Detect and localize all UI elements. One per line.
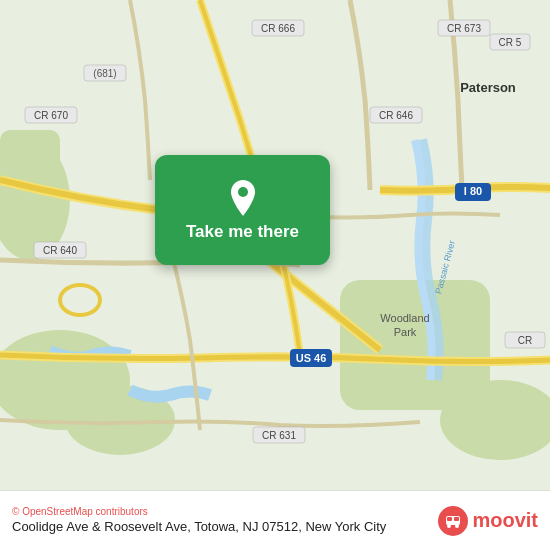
svg-text:Paterson: Paterson <box>460 80 516 95</box>
svg-text:Park: Park <box>394 326 417 338</box>
copyright-symbol: © <box>12 506 19 517</box>
svg-point-39 <box>455 524 459 528</box>
moovit-brand-name: moovit <box>472 509 538 532</box>
svg-rect-36 <box>447 517 452 521</box>
svg-text:(681): (681) <box>93 68 116 79</box>
svg-rect-37 <box>454 517 459 521</box>
take-me-there-button[interactable]: Take me there <box>155 155 330 265</box>
osm-attribution: © OpenStreetMap contributors <box>12 506 438 517</box>
address-text: Coolidge Ave & Roosevelt Ave, Totowa, NJ… <box>12 519 438 536</box>
svg-text:Woodland: Woodland <box>380 312 429 324</box>
contributors-text: contributors <box>96 506 148 517</box>
svg-text:US 46: US 46 <box>296 352 327 364</box>
svg-text:CR 5: CR 5 <box>499 37 522 48</box>
osm-text: OpenStreetMap <box>22 506 93 517</box>
map-container: CR 670 CR 666 CR 673 CR 5 (681) CR 646 P… <box>0 0 550 490</box>
moovit-icon <box>438 506 468 536</box>
button-label: Take me there <box>186 222 299 242</box>
svg-text:CR 670: CR 670 <box>34 110 68 121</box>
moovit-bus-icon <box>444 512 462 530</box>
svg-text:CR 640: CR 640 <box>43 245 77 256</box>
svg-text:CR 646: CR 646 <box>379 110 413 121</box>
address-block: © OpenStreetMap contributors Coolidge Av… <box>12 506 438 536</box>
svg-point-34 <box>238 187 248 197</box>
svg-point-38 <box>447 524 451 528</box>
svg-text:CR: CR <box>518 335 532 346</box>
svg-text:CR 631: CR 631 <box>262 430 296 441</box>
moovit-logo: moovit <box>438 506 538 536</box>
bottom-bar: © OpenStreetMap contributors Coolidge Av… <box>0 490 550 550</box>
svg-text:I 80: I 80 <box>464 185 482 197</box>
svg-rect-6 <box>0 130 60 210</box>
svg-text:CR 666: CR 666 <box>261 23 295 34</box>
svg-text:CR 673: CR 673 <box>447 23 481 34</box>
location-pin-icon <box>227 178 259 216</box>
